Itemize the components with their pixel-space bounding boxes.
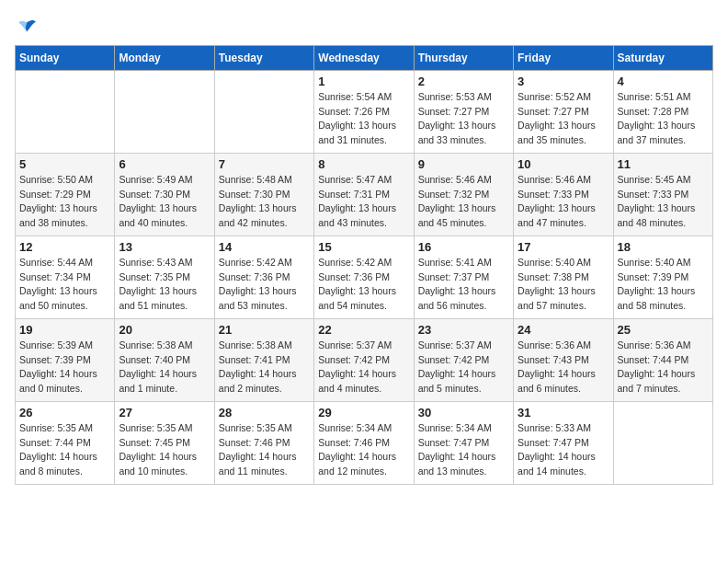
day-detail: Sunrise: 5:35 AMSunset: 7:44 PMDaylight:…: [19, 421, 110, 479]
day-number: 1: [318, 75, 409, 88]
calendar-day-cell: 29Sunrise: 5:34 AMSunset: 7:46 PMDayligh…: [314, 401, 414, 484]
day-number: 5: [19, 157, 110, 171]
calendar-header-row: SundayMondayTuesdayWednesdayThursdayFrid…: [16, 45, 713, 70]
day-number: 18: [618, 240, 709, 254]
calendar-day-cell: 19Sunrise: 5:39 AMSunset: 7:39 PMDayligh…: [16, 318, 115, 401]
day-of-week-header: Wednesday: [314, 45, 414, 70]
calendar-day-cell: 7Sunrise: 5:48 AMSunset: 7:30 PMDaylight…: [214, 153, 313, 236]
day-of-week-header: Sunday: [16, 45, 115, 70]
calendar-day-cell: 16Sunrise: 5:41 AMSunset: 7:37 PMDayligh…: [414, 236, 513, 318]
day-number: 27: [119, 406, 210, 419]
day-number: 17: [518, 240, 609, 254]
day-number: 4: [618, 75, 709, 88]
calendar-day-cell: 12Sunrise: 5:44 AMSunset: 7:34 PMDayligh…: [16, 236, 115, 318]
day-detail: Sunrise: 5:37 AMSunset: 7:42 PMDaylight:…: [418, 339, 509, 396]
day-detail: Sunrise: 5:53 AMSunset: 7:27 PMDaylight:…: [418, 90, 509, 148]
calendar-day-cell: 30Sunrise: 5:34 AMSunset: 7:47 PMDayligh…: [414, 401, 513, 484]
calendar-day-cell: 24Sunrise: 5:36 AMSunset: 7:43 PMDayligh…: [514, 318, 613, 401]
day-number: 9: [418, 157, 509, 171]
day-detail: Sunrise: 5:49 AMSunset: 7:30 PMDaylight:…: [119, 173, 210, 231]
day-number: 6: [119, 157, 210, 171]
day-detail: Sunrise: 5:51 AMSunset: 7:28 PMDaylight:…: [618, 90, 709, 148]
calendar-day-cell: 14Sunrise: 5:42 AMSunset: 7:36 PMDayligh…: [214, 236, 313, 318]
day-detail: Sunrise: 5:40 AMSunset: 7:38 PMDaylight:…: [518, 256, 609, 314]
day-number: 25: [618, 323, 709, 337]
day-detail: Sunrise: 5:54 AMSunset: 7:26 PMDaylight:…: [318, 90, 409, 148]
day-detail: Sunrise: 5:35 AMSunset: 7:45 PMDaylight:…: [119, 421, 210, 479]
calendar-day-cell: 6Sunrise: 5:49 AMSunset: 7:30 PMDaylight…: [115, 153, 214, 236]
calendar-day-cell: [115, 70, 214, 153]
day-detail: Sunrise: 5:34 AMSunset: 7:47 PMDaylight:…: [418, 421, 509, 479]
day-number: 29: [318, 406, 409, 419]
day-number: 2: [418, 75, 509, 88]
day-of-week-header: Thursday: [414, 45, 513, 70]
day-number: 12: [19, 240, 110, 254]
day-detail: Sunrise: 5:47 AMSunset: 7:31 PMDaylight:…: [318, 173, 409, 231]
calendar-day-cell: 8Sunrise: 5:47 AMSunset: 7:31 PMDaylight…: [314, 153, 414, 236]
day-detail: Sunrise: 5:48 AMSunset: 7:30 PMDaylight:…: [219, 173, 310, 231]
calendar-day-cell: 21Sunrise: 5:38 AMSunset: 7:41 PMDayligh…: [214, 318, 313, 401]
calendar-day-cell: 22Sunrise: 5:37 AMSunset: 7:42 PMDayligh…: [314, 318, 414, 401]
day-detail: Sunrise: 5:45 AMSunset: 7:33 PMDaylight:…: [618, 173, 709, 231]
calendar-week-row: 1Sunrise: 5:54 AMSunset: 7:26 PMDaylight…: [16, 70, 713, 153]
day-detail: Sunrise: 5:38 AMSunset: 7:41 PMDaylight:…: [219, 339, 310, 396]
calendar-day-cell: 26Sunrise: 5:35 AMSunset: 7:44 PMDayligh…: [16, 401, 115, 484]
calendar-week-row: 12Sunrise: 5:44 AMSunset: 7:34 PMDayligh…: [16, 236, 713, 318]
day-detail: Sunrise: 5:38 AMSunset: 7:40 PMDaylight:…: [119, 339, 210, 396]
logo-text: [15, 15, 39, 38]
calendar-day-cell: 3Sunrise: 5:52 AMSunset: 7:27 PMDaylight…: [514, 70, 613, 153]
calendar-day-cell: [16, 70, 115, 153]
day-detail: Sunrise: 5:36 AMSunset: 7:44 PMDaylight:…: [618, 339, 709, 396]
calendar-day-cell: 9Sunrise: 5:46 AMSunset: 7:32 PMDaylight…: [414, 153, 513, 236]
day-number: 23: [418, 323, 509, 337]
day-number: 14: [219, 240, 310, 254]
day-number: 10: [518, 157, 609, 171]
calendar-day-cell: 15Sunrise: 5:42 AMSunset: 7:36 PMDayligh…: [314, 236, 414, 318]
day-number: 11: [618, 157, 709, 171]
day-number: 31: [518, 406, 609, 419]
calendar-day-cell: 31Sunrise: 5:33 AMSunset: 7:47 PMDayligh…: [514, 401, 613, 484]
day-number: 20: [119, 323, 210, 337]
day-of-week-header: Saturday: [613, 45, 712, 70]
day-number: 16: [418, 240, 509, 254]
logo-bird-icon: [17, 17, 37, 38]
day-detail: Sunrise: 5:43 AMSunset: 7:35 PMDaylight:…: [119, 256, 210, 314]
day-detail: Sunrise: 5:33 AMSunset: 7:47 PMDaylight:…: [518, 421, 609, 479]
day-of-week-header: Monday: [115, 45, 214, 70]
day-number: 28: [219, 406, 310, 419]
day-number: 15: [318, 240, 409, 254]
calendar-day-cell: 25Sunrise: 5:36 AMSunset: 7:44 PMDayligh…: [613, 318, 712, 401]
calendar-day-cell: 17Sunrise: 5:40 AMSunset: 7:38 PMDayligh…: [514, 236, 613, 318]
day-number: 19: [19, 323, 110, 337]
day-number: 3: [518, 75, 609, 88]
calendar-day-cell: 18Sunrise: 5:40 AMSunset: 7:39 PMDayligh…: [613, 236, 712, 318]
calendar-day-cell: 23Sunrise: 5:37 AMSunset: 7:42 PMDayligh…: [414, 318, 513, 401]
day-detail: Sunrise: 5:41 AMSunset: 7:37 PMDaylight:…: [418, 256, 509, 314]
calendar-day-cell: 1Sunrise: 5:54 AMSunset: 7:26 PMDaylight…: [314, 70, 414, 153]
day-number: 26: [19, 406, 110, 419]
calendar-day-cell: 28Sunrise: 5:35 AMSunset: 7:46 PMDayligh…: [214, 401, 313, 484]
day-number: 22: [318, 323, 409, 337]
calendar-week-row: 5Sunrise: 5:50 AMSunset: 7:29 PMDaylight…: [16, 153, 713, 236]
calendar-day-cell: 11Sunrise: 5:45 AMSunset: 7:33 PMDayligh…: [613, 153, 712, 236]
day-detail: Sunrise: 5:39 AMSunset: 7:39 PMDaylight:…: [19, 339, 110, 396]
day-number: 30: [418, 406, 509, 419]
calendar-day-cell: 13Sunrise: 5:43 AMSunset: 7:35 PMDayligh…: [115, 236, 214, 318]
day-of-week-header: Friday: [514, 45, 613, 70]
day-number: 21: [219, 323, 310, 337]
day-detail: Sunrise: 5:46 AMSunset: 7:33 PMDaylight:…: [518, 173, 609, 231]
day-detail: Sunrise: 5:42 AMSunset: 7:36 PMDaylight:…: [219, 256, 310, 314]
day-detail: Sunrise: 5:44 AMSunset: 7:34 PMDaylight:…: [19, 256, 110, 314]
day-detail: Sunrise: 5:46 AMSunset: 7:32 PMDaylight:…: [418, 173, 509, 231]
calendar-day-cell: 27Sunrise: 5:35 AMSunset: 7:45 PMDayligh…: [115, 401, 214, 484]
day-detail: Sunrise: 5:34 AMSunset: 7:46 PMDaylight:…: [318, 421, 409, 479]
day-of-week-header: Tuesday: [214, 45, 313, 70]
day-number: 13: [119, 240, 210, 254]
calendar-day-cell: 20Sunrise: 5:38 AMSunset: 7:40 PMDayligh…: [115, 318, 214, 401]
day-number: 24: [518, 323, 609, 337]
calendar-day-cell: 5Sunrise: 5:50 AMSunset: 7:29 PMDaylight…: [16, 153, 115, 236]
day-detail: Sunrise: 5:40 AMSunset: 7:39 PMDaylight:…: [618, 256, 709, 314]
logo: [15, 15, 39, 38]
page-header: [15, 15, 713, 38]
day-number: 8: [318, 157, 409, 171]
